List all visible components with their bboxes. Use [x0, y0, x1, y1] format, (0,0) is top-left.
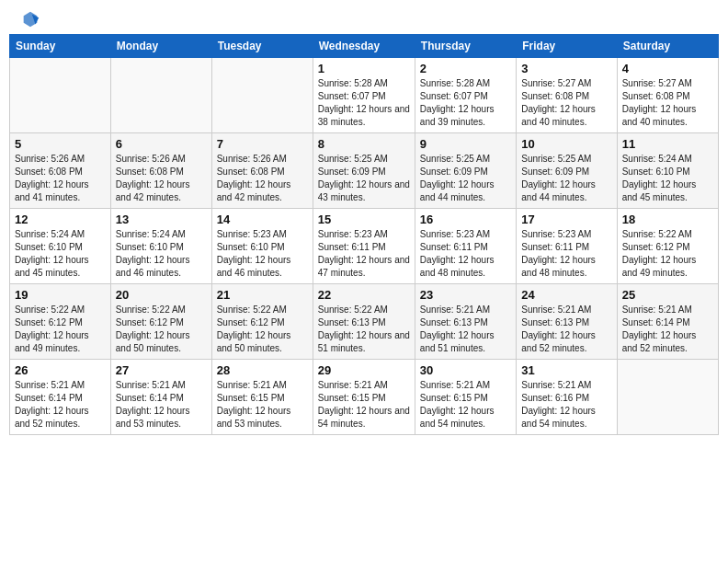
logo-icon — [20, 9, 40, 29]
day-info: Sunrise: 5:26 AMSunset: 6:08 PMDaylight:… — [15, 153, 106, 204]
day-number: 12 — [15, 213, 106, 226]
calendar-cell: 9Sunrise: 5:25 AMSunset: 6:09 PMDaylight… — [415, 133, 516, 209]
day-number: 3 — [521, 62, 611, 75]
calendar-cell: 21Sunrise: 5:22 AMSunset: 6:12 PMDayligh… — [211, 284, 313, 360]
day-info: Sunrise: 5:21 AMSunset: 6:14 PMDaylight:… — [622, 304, 713, 355]
day-info: Sunrise: 5:21 AMSunset: 6:15 PMDaylight:… — [217, 379, 308, 431]
calendar-cell: 31Sunrise: 5:21 AMSunset: 6:16 PMDayligh… — [517, 360, 617, 435]
day-info: Sunrise: 5:22 AMSunset: 6:12 PMDaylight:… — [116, 304, 207, 355]
calendar-cell: 7Sunrise: 5:26 AMSunset: 6:08 PMDaylight… — [211, 133, 313, 209]
day-info: Sunrise: 5:23 AMSunset: 6:11 PMDaylight:… — [420, 228, 511, 280]
day-number: 20 — [116, 288, 207, 302]
calendar-cell — [110, 58, 211, 133]
day-header-friday: Friday — [517, 35, 617, 58]
calendar-cell: 12Sunrise: 5:24 AMSunset: 6:10 PMDayligh… — [10, 209, 111, 284]
day-info: Sunrise: 5:25 AMSunset: 6:09 PMDaylight:… — [420, 153, 511, 204]
day-info: Sunrise: 5:28 AMSunset: 6:07 PMDaylight:… — [318, 77, 410, 129]
calendar-cell: 17Sunrise: 5:23 AMSunset: 6:11 PMDayligh… — [517, 209, 617, 284]
day-header-tuesday: Tuesday — [211, 35, 313, 58]
calendar-cell: 8Sunrise: 5:25 AMSunset: 6:09 PMDaylight… — [313, 133, 415, 209]
calendar-cell: 6Sunrise: 5:26 AMSunset: 6:08 PMDaylight… — [110, 133, 211, 209]
day-number: 16 — [420, 213, 511, 226]
day-number: 31 — [521, 363, 611, 377]
day-number: 23 — [420, 288, 511, 302]
day-info: Sunrise: 5:21 AMSunset: 6:15 PMDaylight:… — [420, 379, 511, 431]
calendar-header-row: SundayMondayTuesdayWednesdayThursdayFrid… — [10, 35, 719, 58]
day-info: Sunrise: 5:21 AMSunset: 6:16 PMDaylight:… — [521, 379, 611, 431]
calendar-cell: 24Sunrise: 5:21 AMSunset: 6:13 PMDayligh… — [517, 284, 617, 360]
day-info: Sunrise: 5:28 AMSunset: 6:07 PMDaylight:… — [420, 77, 511, 129]
day-info: Sunrise: 5:27 AMSunset: 6:08 PMDaylight:… — [521, 77, 611, 129]
day-info: Sunrise: 5:24 AMSunset: 6:10 PMDaylight:… — [116, 228, 207, 280]
day-number: 24 — [521, 288, 611, 302]
calendar-cell: 18Sunrise: 5:22 AMSunset: 6:12 PMDayligh… — [617, 209, 718, 284]
day-info: Sunrise: 5:26 AMSunset: 6:08 PMDaylight:… — [116, 153, 207, 204]
calendar-week-row: 5Sunrise: 5:26 AMSunset: 6:08 PMDaylight… — [10, 133, 719, 209]
calendar-cell: 29Sunrise: 5:21 AMSunset: 6:15 PMDayligh… — [313, 360, 415, 435]
calendar-week-row: 26Sunrise: 5:21 AMSunset: 6:14 PMDayligh… — [10, 360, 719, 435]
calendar-cell: 1Sunrise: 5:28 AMSunset: 6:07 PMDaylight… — [313, 58, 415, 133]
day-number: 18 — [622, 213, 713, 226]
day-info: Sunrise: 5:22 AMSunset: 6:12 PMDaylight:… — [15, 304, 106, 355]
day-info: Sunrise: 5:25 AMSunset: 6:09 PMDaylight:… — [318, 153, 410, 204]
day-header-sunday: Sunday — [10, 35, 111, 58]
day-number: 22 — [318, 288, 410, 302]
calendar-cell: 25Sunrise: 5:21 AMSunset: 6:14 PMDayligh… — [617, 284, 718, 360]
day-info: Sunrise: 5:23 AMSunset: 6:11 PMDaylight:… — [318, 228, 410, 280]
day-number: 21 — [217, 288, 308, 302]
day-info: Sunrise: 5:27 AMSunset: 6:08 PMDaylight:… — [622, 77, 713, 129]
day-number: 17 — [521, 213, 611, 226]
day-info: Sunrise: 5:23 AMSunset: 6:11 PMDaylight:… — [521, 228, 611, 280]
calendar-week-row: 19Sunrise: 5:22 AMSunset: 6:12 PMDayligh… — [10, 284, 719, 360]
day-number: 28 — [217, 363, 308, 377]
day-info: Sunrise: 5:24 AMSunset: 6:10 PMDaylight:… — [622, 153, 713, 204]
calendar-cell — [617, 360, 718, 435]
calendar-week-row: 12Sunrise: 5:24 AMSunset: 6:10 PMDayligh… — [10, 209, 719, 284]
calendar-cell: 15Sunrise: 5:23 AMSunset: 6:11 PMDayligh… — [313, 209, 415, 284]
day-number: 2 — [420, 62, 511, 75]
day-number: 13 — [116, 213, 207, 226]
day-number: 15 — [318, 213, 410, 226]
day-info: Sunrise: 5:21 AMSunset: 6:15 PMDaylight:… — [318, 379, 410, 431]
calendar-cell — [10, 58, 111, 133]
day-number: 10 — [521, 137, 611, 151]
calendar-cell: 19Sunrise: 5:22 AMSunset: 6:12 PMDayligh… — [10, 284, 111, 360]
day-info: Sunrise: 5:22 AMSunset: 6:13 PMDaylight:… — [318, 304, 410, 355]
calendar-cell: 13Sunrise: 5:24 AMSunset: 6:10 PMDayligh… — [110, 209, 211, 284]
calendar-week-row: 1Sunrise: 5:28 AMSunset: 6:07 PMDaylight… — [10, 58, 719, 133]
calendar-cell: 26Sunrise: 5:21 AMSunset: 6:14 PMDayligh… — [10, 360, 111, 435]
day-header-thursday: Thursday — [415, 35, 516, 58]
day-info: Sunrise: 5:21 AMSunset: 6:13 PMDaylight:… — [420, 304, 511, 355]
day-info: Sunrise: 5:22 AMSunset: 6:12 PMDaylight:… — [622, 228, 713, 280]
day-info: Sunrise: 5:26 AMSunset: 6:08 PMDaylight:… — [217, 153, 308, 204]
calendar-cell: 14Sunrise: 5:23 AMSunset: 6:10 PMDayligh… — [211, 209, 313, 284]
day-number: 11 — [622, 137, 713, 151]
calendar-cell: 30Sunrise: 5:21 AMSunset: 6:15 PMDayligh… — [415, 360, 516, 435]
day-number: 5 — [15, 137, 106, 151]
day-number: 1 — [318, 62, 410, 75]
calendar-cell: 5Sunrise: 5:26 AMSunset: 6:08 PMDaylight… — [10, 133, 111, 209]
day-number: 25 — [622, 288, 713, 302]
calendar-wrapper: SundayMondayTuesdayWednesdayThursdayFrid… — [0, 34, 728, 444]
day-info: Sunrise: 5:21 AMSunset: 6:14 PMDaylight:… — [116, 379, 207, 431]
day-header-wednesday: Wednesday — [313, 35, 415, 58]
day-number: 26 — [15, 363, 106, 377]
calendar-cell: 10Sunrise: 5:25 AMSunset: 6:09 PMDayligh… — [517, 133, 617, 209]
calendar-cell: 23Sunrise: 5:21 AMSunset: 6:13 PMDayligh… — [415, 284, 516, 360]
day-header-monday: Monday — [110, 35, 211, 58]
day-number: 29 — [318, 363, 410, 377]
day-number: 14 — [217, 213, 308, 226]
day-number: 27 — [116, 363, 207, 377]
calendar-cell — [211, 58, 313, 133]
day-number: 7 — [217, 137, 308, 151]
calendar-table: SundayMondayTuesdayWednesdayThursdayFrid… — [9, 34, 719, 435]
calendar-cell: 27Sunrise: 5:21 AMSunset: 6:14 PMDayligh… — [110, 360, 211, 435]
day-info: Sunrise: 5:25 AMSunset: 6:09 PMDaylight:… — [521, 153, 611, 204]
calendar-cell: 4Sunrise: 5:27 AMSunset: 6:08 PMDaylight… — [617, 58, 718, 133]
day-number: 9 — [420, 137, 511, 151]
day-number: 4 — [622, 62, 713, 75]
calendar-cell: 20Sunrise: 5:22 AMSunset: 6:12 PMDayligh… — [110, 284, 211, 360]
day-info: Sunrise: 5:22 AMSunset: 6:12 PMDaylight:… — [217, 304, 308, 355]
calendar-cell: 28Sunrise: 5:21 AMSunset: 6:15 PMDayligh… — [211, 360, 313, 435]
day-number: 6 — [116, 137, 207, 151]
